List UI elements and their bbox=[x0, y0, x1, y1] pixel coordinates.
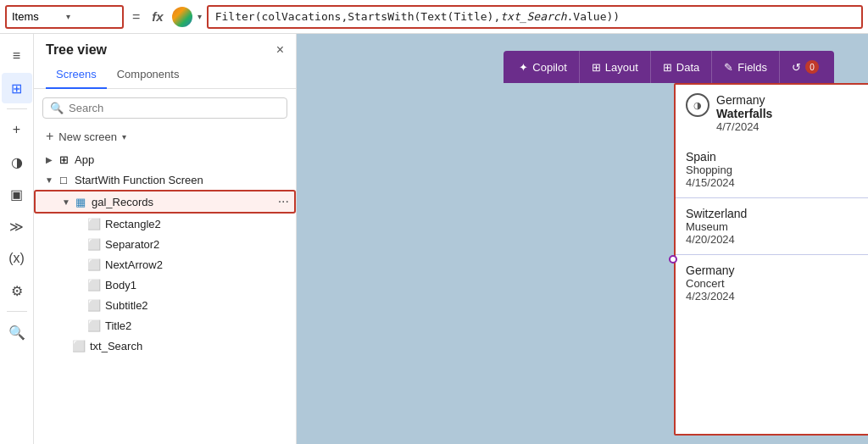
copilot-label: Copilot bbox=[532, 61, 566, 74]
variables-icon[interactable]: (x) bbox=[2, 243, 32, 274]
tree-item-app[interactable]: ▶ ⊞ App bbox=[34, 149, 296, 169]
tree-item-separator2[interactable]: ⬜ Separator2 bbox=[34, 234, 296, 254]
new-screen-label: New screen bbox=[58, 130, 117, 143]
menu-icon[interactable]: ≡ bbox=[2, 41, 32, 71]
gallery-item-3-content: Switzerland Museum 4/20/2024 bbox=[686, 207, 868, 246]
textinput-icon: ⬜ bbox=[71, 338, 86, 353]
advanced-icon[interactable]: ≫ bbox=[2, 211, 32, 241]
tree-item-body1[interactable]: ⬜ Body1 bbox=[34, 275, 296, 295]
toolbar-fields[interactable]: ✎ Fields bbox=[712, 51, 780, 83]
tab-screens[interactable]: Screens bbox=[46, 63, 107, 89]
nextarrow-icon: ⬜ bbox=[86, 257, 102, 272]
body-icon: ⬜ bbox=[86, 277, 102, 292]
formula-text-start: Filter(colVacations,StartsWith(Text(Titl… bbox=[215, 10, 501, 23]
tree-item-rectangle2[interactable]: ⬜ Rectangle2 bbox=[34, 214, 296, 234]
tree-tabs: Screens Components bbox=[34, 63, 296, 89]
tree-search-container: 🔍 bbox=[42, 97, 287, 119]
property-chevron-icon: ▾ bbox=[66, 12, 117, 21]
toggle-gal-records-icon: ▼ bbox=[59, 197, 73, 207]
layout-label: Layout bbox=[605, 61, 638, 74]
formula-text-end: .Value)) bbox=[567, 10, 620, 23]
screen-label: StartWith Function Screen bbox=[75, 174, 296, 186]
tree-item-screen[interactable]: ▼ □ StartWith Function Screen bbox=[34, 169, 296, 190]
formula-dropdown-icon: ▾ bbox=[198, 12, 202, 21]
copilot-icon: ✦ bbox=[519, 61, 528, 74]
formula-bar: Items ▾ = fx ▾ Filter(colVacations,Start… bbox=[0, 0, 868, 34]
screens-icon[interactable]: ⊞ bbox=[2, 73, 32, 103]
tree-item-txt-search[interactable]: ⬜ txt_Search bbox=[34, 336, 296, 356]
tree-item-title2[interactable]: ⬜ Title2 bbox=[34, 315, 296, 336]
tree-item-subtitle2[interactable]: ⬜ Subtitle2 bbox=[34, 295, 296, 315]
gallery-item-1-date: 4/7/2024 bbox=[716, 120, 868, 133]
data-table-icon: ⊞ bbox=[663, 61, 672, 74]
gallery-item-2[interactable]: Spain Shopping 4/15/2024 › bbox=[676, 142, 868, 198]
formula-text-italic: txt_Search bbox=[500, 10, 566, 23]
gallery-item-2-subtitle: Shopping bbox=[686, 164, 868, 176]
property-label: Items bbox=[12, 10, 63, 23]
app-icon: ⊞ bbox=[56, 152, 71, 167]
gal-records-label: gal_Records bbox=[92, 196, 273, 208]
tab-components[interactable]: Components bbox=[107, 63, 190, 89]
new-screen-button[interactable]: + New screen ▾ bbox=[34, 124, 296, 149]
sidebar-divider-2 bbox=[7, 311, 27, 312]
tree-panel-title: Tree view bbox=[46, 42, 107, 58]
toolbar-copilot[interactable]: ✦ Copilot bbox=[507, 51, 579, 83]
txt-search-label: txt_Search bbox=[90, 340, 296, 352]
property-selector[interactable]: Items ▾ bbox=[5, 5, 124, 29]
settings-icon[interactable]: ⚙ bbox=[2, 275, 32, 306]
toolbar-layout[interactable]: ⊞ Layout bbox=[580, 51, 651, 83]
toolbar-refresh[interactable]: ↺ 0 bbox=[780, 51, 831, 83]
gallery-wrapper: ◑ Germany Waterfalls 4/7/2024 › Spain Sh… bbox=[674, 83, 868, 436]
tree-panel: Tree view × Screens Components 🔍 + New s… bbox=[34, 34, 297, 444]
gallery-item-3[interactable]: Switzerland Museum 4/20/2024 › bbox=[676, 198, 868, 255]
tree-panel-header: Tree view × bbox=[34, 34, 296, 63]
title2-label: Title2 bbox=[105, 319, 296, 332]
gal-records-more-icon[interactable]: ··· bbox=[273, 194, 294, 209]
nextarrow2-label: NextArrow2 bbox=[105, 258, 296, 271]
rectangle-icon: ⬜ bbox=[86, 216, 102, 231]
insert-icon[interactable]: + bbox=[2, 114, 32, 145]
rectangle2-label: Rectangle2 bbox=[105, 218, 296, 230]
fx-label: fx bbox=[148, 9, 166, 24]
theme-icon[interactable]: ◑ bbox=[2, 147, 32, 177]
toggle-screen-icon: ▼ bbox=[42, 175, 56, 185]
tree-panel-close-button[interactable]: × bbox=[276, 42, 284, 58]
gallery-item-1-country: Germany bbox=[716, 93, 868, 107]
gallery-item-3-subtitle: Museum bbox=[686, 220, 868, 233]
data-icon[interactable]: ▣ bbox=[2, 179, 32, 209]
gallery-item-1-icon: ◑ bbox=[686, 93, 709, 117]
subtitle-icon: ⬜ bbox=[86, 297, 102, 313]
sidebar-divider bbox=[7, 108, 27, 109]
data-label: Data bbox=[676, 61, 699, 74]
body1-label: Body1 bbox=[105, 279, 296, 291]
gallery-item-2-country: Spain bbox=[686, 150, 868, 164]
gallery-item-2-content: Spain Shopping 4/15/2024 bbox=[686, 150, 868, 189]
separator-icon: ⬜ bbox=[86, 236, 102, 252]
gallery-item-1[interactable]: ◑ Germany Waterfalls 4/7/2024 › bbox=[676, 85, 868, 142]
equals-sign: = bbox=[129, 9, 143, 25]
gallery-icon: ▦ bbox=[73, 194, 88, 209]
gallery-container[interactable]: ◑ Germany Waterfalls 4/7/2024 › Spain Sh… bbox=[674, 83, 868, 436]
title-icon: ⬜ bbox=[86, 318, 102, 333]
refresh-icon: ↺ bbox=[792, 61, 801, 74]
gallery-item-4[interactable]: Germany Concert 4/23/2024 › bbox=[676, 255, 868, 311]
canvas-area: ✦ Copilot ⊞ Layout ⊞ Data ✎ Fields ↺ 0 bbox=[297, 34, 868, 444]
gallery-item-1-subtitle: Waterfalls bbox=[716, 107, 868, 120]
formula-input[interactable]: Filter(colVacations,StartsWith(Text(Titl… bbox=[207, 5, 863, 29]
gallery-item-4-date: 4/23/2024 bbox=[686, 290, 868, 302]
tree-search-input[interactable] bbox=[69, 102, 280, 114]
main-area: ≡ ⊞ + ◑ ▣ ≫ (x) ⚙ 🔍 Tree view × Screens … bbox=[0, 34, 868, 444]
search-icon[interactable]: 🔍 bbox=[2, 317, 32, 347]
tree-search-icon: 🔍 bbox=[50, 102, 64, 114]
new-screen-chevron-icon: ▾ bbox=[122, 132, 126, 142]
tree-item-gal-records[interactable]: ▼ ▦ gal_Records ··· bbox=[34, 190, 296, 214]
subtitle2-label: Subtitle2 bbox=[105, 299, 296, 312]
toolbar-data[interactable]: ⊞ Data bbox=[651, 51, 712, 83]
app-label: App bbox=[75, 153, 296, 166]
gallery-item-3-country: Switzerland bbox=[686, 207, 868, 220]
icon-sidebar: ≡ ⊞ + ◑ ▣ ≫ (x) ⚙ 🔍 bbox=[0, 34, 34, 444]
canvas-toolbar-wrapper: ✦ Copilot ⊞ Layout ⊞ Data ✎ Fields ↺ 0 bbox=[297, 34, 868, 83]
gallery-item-4-content: Germany Concert 4/23/2024 bbox=[686, 264, 868, 302]
canvas-toolbar: ✦ Copilot ⊞ Layout ⊞ Data ✎ Fields ↺ 0 bbox=[504, 51, 834, 83]
tree-item-nextarrow2[interactable]: ⬜ NextArrow2 bbox=[34, 254, 296, 275]
